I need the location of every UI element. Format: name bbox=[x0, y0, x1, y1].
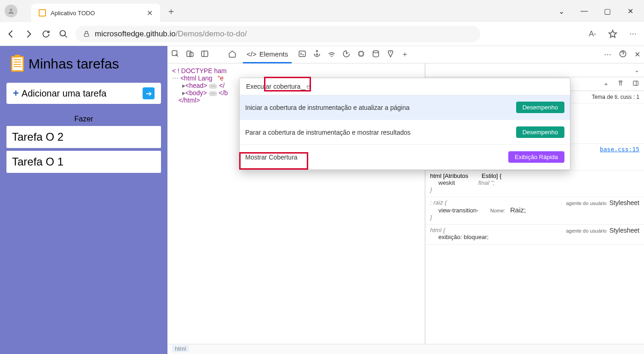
command-item-badge: Desempenho bbox=[516, 126, 564, 138]
welcome-tab-icon[interactable] bbox=[228, 50, 236, 60]
submit-task-button[interactable]: ➔ bbox=[143, 87, 155, 99]
tab-favicon bbox=[39, 9, 46, 17]
panel-icon[interactable] bbox=[201, 50, 209, 60]
url-text: microsoftedge.github.io/Demos/demo-to-do… bbox=[95, 29, 247, 39]
svg-point-0 bbox=[10, 9, 12, 11]
forward-button[interactable] bbox=[23, 29, 34, 40]
inspect-icon[interactable] bbox=[171, 50, 179, 60]
plus-icon: + bbox=[13, 87, 19, 99]
add-task-label: Adicionar uma tarefa bbox=[22, 88, 140, 99]
minimize-button[interactable]: — bbox=[580, 6, 589, 16]
command-menu[interactable]: Executar coberturae Iniciar a cobertura … bbox=[239, 78, 570, 170]
menu-button[interactable]: ⋯ bbox=[627, 29, 638, 40]
add-task-row[interactable]: + Adicionar uma tarefa ➔ bbox=[6, 83, 161, 104]
security-tab-icon[interactable] bbox=[386, 50, 395, 60]
svg-rect-4 bbox=[187, 51, 191, 57]
dom-breadcrumb[interactable]: html bbox=[167, 344, 644, 354]
toggle-icon[interactable] bbox=[632, 80, 639, 88]
memory-tab-icon[interactable] bbox=[357, 50, 365, 60]
command-item-badge: Exibição Rápida bbox=[508, 151, 564, 163]
minimize-caret-icon[interactable]: ⌄ bbox=[557, 6, 566, 16]
close-devtools-icon[interactable]: ✕ bbox=[634, 50, 640, 59]
devtools-tabstrip: </> Elements ＋ ⋯ ✕ bbox=[167, 46, 644, 63]
svg-point-9 bbox=[316, 54, 318, 55]
chevron-down-icon[interactable]: ⌄ bbox=[634, 67, 639, 74]
devtools-menu-icon[interactable]: ⋯ bbox=[604, 50, 611, 59]
refresh-button[interactable] bbox=[40, 29, 52, 40]
task-item[interactable]: Tarefa O 1 bbox=[6, 151, 161, 173]
favorite-icon[interactable] bbox=[607, 29, 618, 40]
css-source-link[interactable]: base.css:15 bbox=[600, 146, 639, 153]
svg-rect-10 bbox=[359, 51, 363, 56]
application-tab-icon[interactable] bbox=[372, 50, 380, 60]
search-icon[interactable] bbox=[58, 29, 69, 40]
code-icon: </> bbox=[247, 50, 257, 58]
close-window-button[interactable]: ✕ bbox=[626, 6, 635, 16]
lock-icon bbox=[83, 30, 90, 38]
svg-point-11 bbox=[373, 51, 379, 53]
clipboard-icon bbox=[11, 56, 24, 72]
command-menu-item[interactable]: Iniciar a cobertura de instrumentação e … bbox=[240, 95, 570, 120]
help-icon[interactable] bbox=[619, 50, 627, 60]
app-viewport: Minhas tarefas + Adicionar uma tarefa ➔ … bbox=[0, 46, 167, 354]
task-item[interactable]: Tarefa O 2 bbox=[6, 126, 161, 148]
command-item-label: Iniciar a cobertura de instrumentação e … bbox=[245, 104, 409, 111]
css-rule: agente do usuário Stylesheet : raiz { vi… bbox=[426, 197, 644, 225]
browser-tab[interactable]: Aplicativo TODO ✕ bbox=[31, 4, 160, 22]
command-search-input[interactable]: Executar coberturae bbox=[240, 78, 570, 95]
performance-tab-icon[interactable] bbox=[342, 50, 351, 60]
app-title: Minhas tarefas bbox=[29, 56, 119, 72]
tab-elements[interactable]: </> Elements bbox=[243, 46, 292, 63]
window-titlebar: Aplicativo TODO ✕ ＋ ⌄ — ▢ ✕ bbox=[0, 0, 644, 22]
command-menu-item[interactable]: Parar a cobertura de instrumentação e mo… bbox=[240, 120, 570, 145]
new-style-icon[interactable]: ＋ bbox=[603, 80, 609, 88]
maximize-button[interactable]: ▢ bbox=[603, 6, 612, 16]
section-heading: Fazer bbox=[2, 115, 166, 123]
svg-point-1 bbox=[60, 30, 66, 36]
css-rule: agente do usuário Stylesheet html { exib… bbox=[426, 225, 644, 245]
console-tab-icon[interactable] bbox=[298, 50, 306, 60]
address-bar[interactable]: microsoftedge.github.io/Demos/demo-to-do… bbox=[75, 26, 480, 42]
css-rule: html [Atributos Estilo] { weskit final "… bbox=[426, 171, 644, 197]
svg-rect-8 bbox=[299, 51, 305, 57]
profile-avatar[interactable] bbox=[5, 5, 17, 17]
new-tab-button[interactable]: ＋ bbox=[167, 5, 176, 17]
back-button[interactable] bbox=[6, 29, 17, 40]
styles-toolbar: ⌄ bbox=[426, 63, 644, 77]
filter-icon[interactable] bbox=[617, 80, 624, 88]
svg-rect-13 bbox=[633, 81, 638, 85]
svg-rect-2 bbox=[84, 34, 88, 36]
command-item-label: Parar a cobertura de instrumentação e mo… bbox=[245, 129, 411, 136]
close-icon[interactable]: ✕ bbox=[147, 9, 153, 17]
network-tab-icon[interactable] bbox=[328, 50, 336, 60]
svg-rect-6 bbox=[201, 51, 208, 57]
more-tabs-button[interactable]: ＋ bbox=[401, 50, 408, 59]
command-item-label: Mostrar Cobertura bbox=[245, 154, 298, 161]
device-toggle-icon[interactable] bbox=[186, 50, 194, 60]
window-controls: ⌄ — ▢ ✕ bbox=[557, 6, 644, 16]
command-item-badge: Desempenho bbox=[516, 102, 564, 113]
browser-toolbar: microsoftedge.github.io/Demos/demo-to-do… bbox=[0, 22, 644, 46]
sources-tab-icon[interactable] bbox=[313, 50, 321, 60]
command-menu-item[interactable]: Mostrar CoberturaExibição Rápida bbox=[240, 145, 570, 170]
tab-title: Aplicativo TODO bbox=[51, 10, 142, 17]
read-aloud-icon[interactable]: A» bbox=[587, 29, 598, 40]
